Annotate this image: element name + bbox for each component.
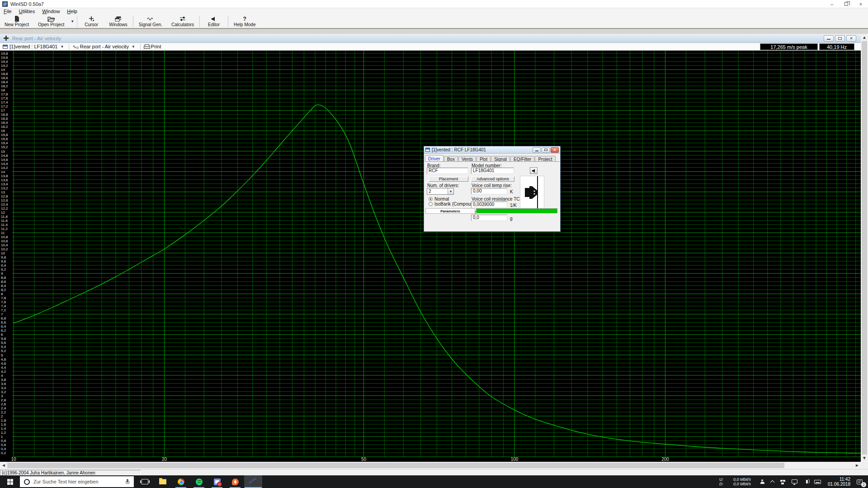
taskbar-search-box[interactable]: Zur Suche Text hier eingeben <box>20 476 134 487</box>
svg-text:2,6: 2,6 <box>1 402 6 406</box>
svg-text:10,4: 10,4 <box>1 243 8 247</box>
svg-text:7,8: 7,8 <box>1 296 6 300</box>
spotify-button[interactable] <box>190 475 208 488</box>
svg-text:14,4: 14,4 <box>1 162 8 166</box>
chrome-button[interactable] <box>172 475 190 488</box>
winisd-taskbar-button[interactable] <box>244 475 262 488</box>
dialog-maximize-button[interactable] <box>542 147 550 153</box>
new-project-button[interactable]: New Project <box>0 15 33 28</box>
people-icon[interactable] <box>760 479 764 484</box>
resistance-tc-field[interactable]: 0,0039000 <box>471 202 507 208</box>
editor-button[interactable]: Editor <box>201 15 227 28</box>
svg-text:6,8: 6,8 <box>1 316 6 320</box>
svg-text:6: 6 <box>1 333 3 337</box>
num-drivers-dropdown[interactable]: 2 ▼ <box>427 188 454 195</box>
project-selector-caret[interactable]: ▼ <box>57 45 66 49</box>
svg-text:2,2: 2,2 <box>1 410 6 414</box>
temp-rise-unit: K <box>510 189 513 194</box>
task-view-button[interactable] <box>136 475 154 488</box>
svg-text:13,4: 13,4 <box>1 182 8 186</box>
parameters-button[interactable]: Parameters <box>425 208 475 214</box>
print-button[interactable]: Print <box>151 44 161 49</box>
tab-eq-filter[interactable]: EQ/Filter <box>510 156 534 161</box>
cursor-button[interactable]: Cursor <box>78 15 104 28</box>
microphone-icon[interactable] <box>126 479 129 485</box>
model-number-field[interactable]: LF18G401 <box>471 168 514 174</box>
parameters-progress-bar <box>476 208 558 214</box>
tab-signal[interactable]: Signal <box>491 156 510 161</box>
horizontal-scrollbar-thumb[interactable] <box>7 463 784 468</box>
help-mode-button[interactable]: ? Help Mode <box>229 15 260 28</box>
volume-icon[interactable] <box>804 480 808 483</box>
clock[interactable]: 11:42 01.06.2018 <box>828 477 850 487</box>
media-app-button[interactable] <box>208 475 226 488</box>
display-icon[interactable] <box>792 480 797 483</box>
system-tray: U:0,0 Mbit/s D:0,0 Mbit/s 11:42 01.06.20… <box>719 475 868 488</box>
air-velocity-chart[interactable]: 0,20,40,60,811,21,41,61,822,22,42,62,833… <box>0 51 861 462</box>
svg-text:10: 10 <box>11 457 16 462</box>
svg-text:9,4: 9,4 <box>1 263 6 267</box>
plot-close-button[interactable]: ✕ <box>846 35 856 42</box>
advanced-options-header[interactable]: Advanced options <box>471 176 514 182</box>
menu-window[interactable]: Window <box>38 8 63 15</box>
origin-button[interactable] <box>226 475 244 488</box>
svg-text:11,6: 11,6 <box>1 219 8 223</box>
temp-rise-field[interactable]: 0,00 <box>471 188 507 194</box>
open-project-button[interactable]: Open Project <box>33 15 69 28</box>
normal-radio[interactable] <box>429 197 433 201</box>
svg-text:11,2: 11,2 <box>1 227 8 231</box>
svg-text:18,4: 18,4 <box>1 80 8 84</box>
signal-gen-button[interactable]: Signal Gen. <box>134 15 167 28</box>
driver-speaker-button[interactable] <box>530 167 538 174</box>
winisd-icon <box>249 478 257 486</box>
minimize-button[interactable]: – <box>825 0 839 8</box>
horizontal-scrollbar[interactable]: ◄ ► <box>0 462 861 469</box>
dialog-minimize-button[interactable] <box>533 147 541 153</box>
driver-tab-panel: Brand: RCF Model number: LF18G401 Placem… <box>425 161 560 229</box>
driver-dialog[interactable]: [1]vented : RCF LF18G401 ✕ Driver Box Ve… <box>424 146 561 232</box>
tab-box[interactable]: Box <box>444 156 458 161</box>
vertical-scrollbar-thumb[interactable] <box>862 41 867 455</box>
svg-text:1,8: 1,8 <box>1 418 6 422</box>
dialog-close-button[interactable]: ✕ <box>551 147 559 153</box>
tab-vents[interactable]: Vents <box>458 156 476 161</box>
svg-text:10,2: 10,2 <box>1 247 8 251</box>
calculators-button[interactable]: Calculators <box>167 15 198 28</box>
normal-label: Normal <box>434 197 449 202</box>
file-explorer-button[interactable] <box>154 475 172 488</box>
svg-text:5,2: 5,2 <box>1 349 6 353</box>
isobarik-radio[interactable] <box>429 202 433 206</box>
open-project-dropdown[interactable]: ▼ <box>69 19 76 23</box>
brand-field[interactable]: RCF <box>427 168 468 174</box>
plot-maximize-button[interactable] <box>835 35 845 42</box>
project-selector[interactable]: [1]vented : LF18G401 <box>9 44 57 49</box>
plot-minimize-button[interactable] <box>824 35 834 42</box>
added-mass-field[interactable]: 0,0 <box>471 215 507 221</box>
svg-text:12: 12 <box>1 211 5 215</box>
svg-text:11,8: 11,8 <box>1 215 8 219</box>
graph-selector[interactable]: Rear port - Air velocity <box>80 44 129 49</box>
graph-selector-caret[interactable]: ▼ <box>129 45 138 49</box>
close-button[interactable]: × <box>854 0 868 8</box>
dropbox-icon[interactable] <box>780 479 785 484</box>
svg-text:6,6: 6,6 <box>1 320 6 324</box>
tab-driver[interactable]: Driver <box>425 155 443 161</box>
svg-text:18,6: 18,6 <box>1 76 8 80</box>
dropdown-caret-icon[interactable]: ▼ <box>448 188 453 194</box>
svg-text:1: 1 <box>1 435 3 439</box>
menu-file[interactable]: File <box>0 8 15 15</box>
menu-utilities[interactable]: Utilities <box>15 8 38 15</box>
windows-button[interactable]: Windows <box>104 15 132 28</box>
placement-header[interactable]: Placement <box>429 176 468 182</box>
num-drivers-label: Num. of drivers: <box>427 183 459 188</box>
tab-project[interactable]: Project <box>535 156 555 161</box>
keyboard-icon[interactable] <box>814 480 821 484</box>
plot-window-titlebar[interactable]: Rear port - Air velocity ✕ <box>0 34 861 43</box>
dialog-titlebar[interactable]: [1]vented : RCF LF18G401 ✕ <box>424 146 560 154</box>
tab-plot[interactable]: Plot <box>476 156 491 161</box>
show-hidden-icons-chevron[interactable] <box>771 479 774 484</box>
restore-button[interactable] <box>839 0 854 8</box>
vertical-scrollbar[interactable]: ▲ ▼ <box>861 34 868 462</box>
start-button[interactable] <box>0 475 20 488</box>
menu-help[interactable]: Help <box>63 8 81 15</box>
